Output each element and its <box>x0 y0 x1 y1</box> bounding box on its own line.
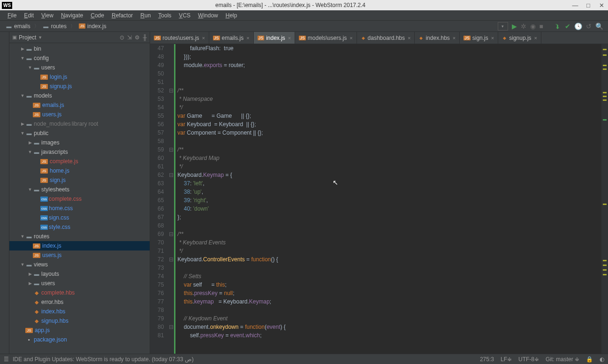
run-config-dropdown[interactable]: ▾ <box>498 22 508 30</box>
close-tab-icon[interactable]: × <box>288 35 291 41</box>
breadcrumb-emails[interactable]: ▬emails <box>3 23 33 30</box>
tree-item-style-css[interactable]: cssstyle.css <box>9 222 150 232</box>
tree-item-home-css[interactable]: csshome.css <box>9 204 150 213</box>
run-icon[interactable]: ▶ <box>512 23 517 30</box>
hide-icon[interactable]: ╫ <box>143 34 147 41</box>
menu-tools[interactable]: Tools <box>154 11 175 20</box>
breadcrumb-index-js[interactable]: JSindex.js <box>76 23 109 30</box>
code-content[interactable]: ↖ failureFlash: true })); module.exports… <box>174 44 601 354</box>
debug-icon[interactable]: ✲ <box>521 23 526 30</box>
js-icon: JS <box>40 75 48 80</box>
project-panel-header[interactable]: ▣ Project ▼ ⊙ ⇲ ⚙ ╫ <box>9 32 150 43</box>
tree-item-signup-hbs[interactable]: ◆signup.hbs <box>9 316 150 326</box>
tab-dashboard-hbs[interactable]: ◆dashboard.hbs× <box>357 32 415 44</box>
tree-item-index-hbs[interactable]: ◆index.hbs <box>9 307 150 316</box>
tree-item-error-hbs[interactable]: ◆error.hbs <box>9 297 150 307</box>
locate-icon[interactable]: ⊙ <box>120 34 124 41</box>
tree-item-package-json[interactable]: ▪package.json <box>9 335 150 344</box>
tree-item-models[interactable]: ▼▬models <box>9 91 150 100</box>
inspector-icon[interactable]: ◐ <box>600 356 604 363</box>
tree-item-users-js[interactable]: JSusers.js <box>9 250 150 260</box>
vcs-update-icon[interactable]: ⮯ <box>555 23 561 30</box>
tree-item-node_modules[interactable]: ▶▬node_modules library root <box>9 119 150 129</box>
stop-icon[interactable]: ■ <box>540 23 543 30</box>
code-editor[interactable]: 4748495051525354555657585960616263646566… <box>150 44 601 354</box>
menu-help[interactable]: Help <box>222 11 241 20</box>
tree-item-index-js[interactable]: JSindex.js <box>9 241 150 250</box>
close-tab-icon[interactable]: × <box>246 35 249 41</box>
tree-item-layouts[interactable]: ▶▬layouts <box>9 269 150 279</box>
tree-item-routes[interactable]: ▼▬routes <box>9 232 150 241</box>
tree-item-emails-js[interactable]: JSemails.js <box>9 100 150 110</box>
tree-item-public[interactable]: ▼▬public <box>9 129 150 138</box>
tree-item-complete-hbs[interactable]: ◆complete.hbs <box>9 288 150 297</box>
css-icon: css <box>40 225 48 230</box>
collapse-icon[interactable]: ⇲ <box>127 34 132 41</box>
fold-strip[interactable]: ⊟⊟⊟⊟⊟⊟ <box>168 44 174 354</box>
line-separator[interactable]: LF≑ <box>501 356 512 363</box>
tree-item-complete-js[interactable]: JScomplete.js <box>9 157 150 166</box>
minimize-button[interactable]: — <box>569 0 582 10</box>
menu-window[interactable]: Window <box>194 11 222 20</box>
tab-index-hbs[interactable]: ◆index.hbs× <box>415 32 460 44</box>
vcs-commit-icon[interactable]: ✔ <box>565 23 570 30</box>
readonly-lock-icon[interactable]: 🔒 <box>586 356 593 363</box>
tree-item-images[interactable]: ▶▬images <box>9 138 150 147</box>
tree-item-config[interactable]: ▼▬config <box>9 53 150 63</box>
tab-sign-js[interactable]: JSsign.js× <box>460 32 498 44</box>
tree-item-home-js[interactable]: JShome.js <box>9 166 150 175</box>
tab-signup-js[interactable]: ◆signup.js× <box>498 32 541 44</box>
git-branch[interactable]: Git: master ≑ <box>546 356 579 363</box>
tree-item-login-js[interactable]: JSlogin.js <box>9 72 150 82</box>
left-gutter-strip[interactable] <box>0 32 9 354</box>
main-area: ▣ Project ▼ ⊙ ⇲ ⚙ ╫ ▶▬bin▼▬config▼▬users… <box>0 32 608 354</box>
tree-item-users[interactable]: ▼▬users <box>9 63 150 72</box>
error-stripe[interactable] <box>601 44 608 354</box>
menu-code[interactable]: Code <box>87 11 108 20</box>
menu-navigate[interactable]: Navigate <box>57 11 87 20</box>
tree-item-users-js[interactable]: JSusers.js <box>9 110 150 119</box>
js-icon: JS <box>213 36 220 40</box>
file-encoding[interactable]: UTF-8≑ <box>518 356 539 363</box>
tab-emails-js[interactable]: JSemails.js× <box>209 32 254 44</box>
close-tab-icon[interactable]: × <box>491 35 494 41</box>
status-menu-icon[interactable]: ☰ <box>4 356 9 363</box>
tree-item-views[interactable]: ▼▬views <box>9 260 150 269</box>
close-tab-icon[interactable]: × <box>453 35 456 41</box>
tree-item-signup-js[interactable]: JSsignup.js <box>9 82 150 91</box>
close-tab-icon[interactable]: × <box>408 35 410 41</box>
close-button[interactable]: ✕ <box>595 0 608 10</box>
close-tab-icon[interactable]: × <box>202 35 205 41</box>
tree-item-complete-css[interactable]: csscomplete.css <box>9 194 150 204</box>
menu-edit[interactable]: Edit <box>20 11 38 20</box>
vcs-history-icon[interactable]: 🕓 <box>574 23 582 30</box>
menu-file[interactable]: File <box>4 11 20 20</box>
close-tab-icon[interactable]: × <box>350 35 352 41</box>
tree-item-app-js[interactable]: JSapp.js <box>9 326 150 335</box>
nav-bar: ▬emails〉▬routes〉JSindex.js ▾ ▶ ✲ ◉ ■ ⮯ ✔… <box>0 21 608 32</box>
tree-item-bin[interactable]: ▶▬bin <box>9 44 150 53</box>
settings-icon[interactable]: ⚙ <box>135 34 140 41</box>
tab-index-js[interactable]: JSindex.js× <box>254 32 296 44</box>
menu-view[interactable]: View <box>38 11 57 20</box>
tree-item-stylesheets[interactable]: ▼▬stylesheets <box>9 185 150 194</box>
tree-item-users[interactable]: ▶▬users <box>9 279 150 288</box>
project-tree[interactable]: ▶▬bin▼▬config▼▬usersJSlogin.jsJSsignup.j… <box>9 43 150 354</box>
menu-refactor[interactable]: Refactor <box>108 11 137 20</box>
tab-routes-users-js[interactable]: JSroutes\users.js× <box>150 32 209 44</box>
folder-icon: ▬ <box>25 46 33 52</box>
tab-models-users-js[interactable]: JSmodels\users.js× <box>295 32 357 44</box>
maximize-button[interactable]: □ <box>582 0 595 10</box>
menu-run[interactable]: Run <box>137 11 154 20</box>
tree-item-sign-css[interactable]: csssign.css <box>9 213 150 222</box>
coverage-icon[interactable]: ◉ <box>530 23 536 30</box>
search-icon[interactable]: 🔍 <box>595 23 603 30</box>
tree-item-javascripts[interactable]: ▼▬javascripts <box>9 147 150 157</box>
breadcrumb-routes[interactable]: ▬routes <box>40 23 69 30</box>
chevron-down-icon[interactable]: ▼ <box>38 35 42 40</box>
close-tab-icon[interactable]: × <box>534 35 537 41</box>
tree-item-sign-js[interactable]: JSsign.js <box>9 175 150 185</box>
menu-vcs[interactable]: VCS <box>175 11 194 20</box>
titlebar: WS emails - [E:\emails] - ...\routes\ind… <box>0 0 608 10</box>
vcs-revert-icon[interactable]: ↺ <box>586 23 592 30</box>
